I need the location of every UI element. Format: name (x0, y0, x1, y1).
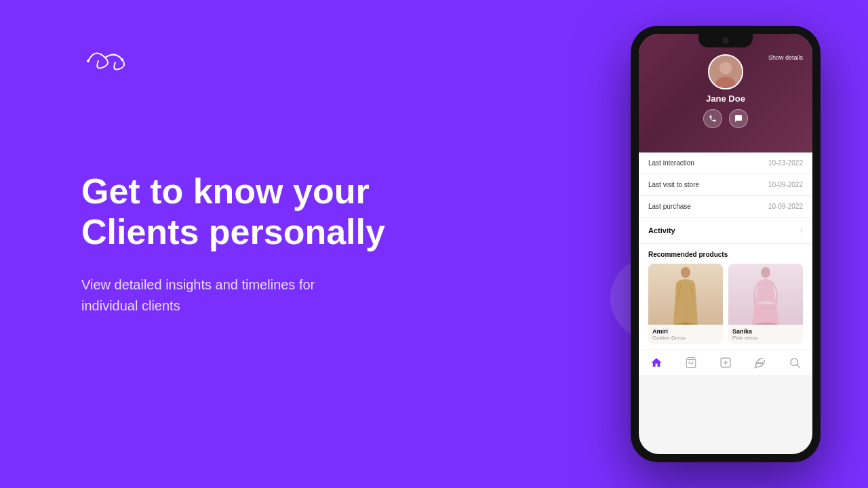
nav-chat-icon[interactable] (753, 356, 767, 369)
last-interaction-row: Last interaction 10-23-2022 (639, 152, 812, 174)
last-visit-label: Last visit to store (648, 181, 699, 188)
app-logo (81, 41, 136, 77)
phone-mockup: Show details Jane Doe (631, 26, 821, 462)
show-details-button[interactable]: Show details (768, 54, 803, 61)
svg-point-1 (121, 58, 123, 61)
nav-home-icon[interactable] (650, 356, 663, 369)
svg-point-14 (760, 363, 761, 364)
last-purchase-row: Last purchase 10-09-2022 (639, 196, 812, 218)
phone-notch (698, 34, 753, 47)
svg-point-0 (87, 60, 90, 62)
svg-point-16 (791, 359, 798, 366)
svg-point-15 (762, 363, 763, 364)
nav-add-icon[interactable] (719, 356, 732, 369)
chevron-right-icon: › (800, 226, 803, 235)
client-hero-section: Show details Jane Doe (639, 34, 812, 152)
hero-content: Jane Doe (639, 34, 812, 128)
last-interaction-label: Last interaction (648, 159, 694, 167)
phone-screen: Show details Jane Doe (639, 34, 812, 454)
product-card-sanika[interactable]: Sanika Pink dress (728, 264, 803, 344)
sub-description: View detailed insights and timelines for… (81, 274, 385, 317)
recommended-section: Recommended products (639, 244, 812, 350)
svg-point-13 (757, 363, 759, 364)
call-button[interactable] (703, 109, 722, 128)
product-image-amiri (648, 264, 723, 325)
last-visit-value: 10-09-2022 (768, 181, 803, 188)
client-action-buttons (703, 109, 748, 128)
svg-line-17 (797, 365, 800, 367)
nav-shop-icon[interactable] (684, 356, 698, 369)
product-type-amiri: Golden Dress (652, 335, 719, 341)
bottom-navigation (639, 350, 812, 375)
nav-search-icon[interactable] (788, 356, 802, 369)
product-name-sanika: Sanika (732, 328, 799, 335)
last-purchase-value: 10-09-2022 (768, 203, 803, 210)
products-grid: Amiri Golden Dress (648, 264, 803, 344)
product-info-amiri: Amiri Golden Dress (648, 325, 723, 344)
svg-point-5 (681, 267, 690, 278)
product-image-sanika (728, 264, 803, 325)
activity-row[interactable]: Activity › (639, 218, 812, 244)
recommended-title: Recommended products (648, 251, 803, 258)
message-button[interactable] (729, 109, 748, 128)
last-visit-row: Last visit to store 10-09-2022 (639, 174, 812, 196)
client-avatar (708, 54, 743, 89)
activity-label: Activity (648, 226, 675, 235)
client-name-label: Jane Doe (706, 94, 745, 104)
hero-text-block: Get to know your Clients personally View… (81, 171, 385, 317)
phone-frame: Show details Jane Doe (631, 26, 821, 462)
main-headline: Get to know your Clients personally (81, 171, 385, 253)
svg-point-3 (719, 62, 732, 74)
product-name-amiri: Amiri (652, 328, 719, 335)
last-interaction-value: 10-23-2022 (768, 159, 803, 167)
svg-point-8 (761, 267, 770, 278)
product-type-sanika: Pink dress (732, 335, 799, 341)
product-card-amiri[interactable]: Amiri Golden Dress (648, 264, 723, 344)
client-info-section: Last interaction 10-23-2022 Last visit t… (639, 152, 812, 350)
product-info-sanika: Sanika Pink dress (728, 325, 803, 344)
last-purchase-label: Last purchase (648, 203, 691, 210)
